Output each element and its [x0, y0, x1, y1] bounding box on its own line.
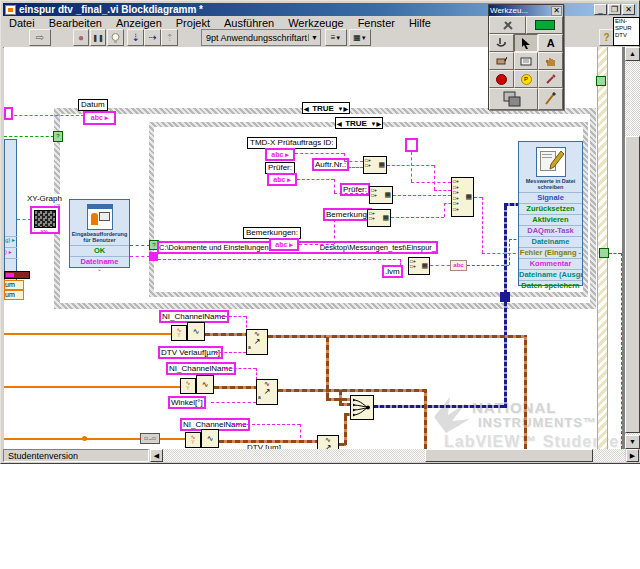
write-row-kommentar[interactable]: Kommentar — [519, 258, 582, 269]
wire-c3-out — [391, 217, 444, 218]
concat-node-main[interactable]: □+□+□+□+□+□+▦ — [451, 177, 474, 217]
convert-to-dd-1b[interactable]: ∿ — [187, 322, 205, 341]
restore-button[interactable]: ❐ — [608, 4, 621, 15]
pause-button[interactable]: ❚❚ — [90, 29, 106, 46]
step-over-button[interactable]: ⇢ — [144, 29, 161, 46]
minimize-button[interactable]: _ — [594, 4, 607, 15]
close-button[interactable]: ✕ — [622, 4, 635, 15]
path-left: C:\Dokumente und Einstellungen — [159, 243, 269, 252]
wire-orange-2 — [4, 386, 180, 388]
convert-to-dd-2[interactable]: ∿Y — [180, 378, 196, 394]
write-row-fehler[interactable]: Fehler (Eingang - — [519, 247, 582, 258]
help-button[interactable]: ? — [599, 29, 614, 46]
vertical-scroll-thumb[interactable] — [625, 136, 640, 433]
concat-node-3[interactable]: □+□+▦ — [367, 209, 391, 227]
menu-ausfuehren[interactable]: Ausführen — [224, 17, 274, 29]
menu-werkzeuge[interactable]: Werkzeuge — [288, 17, 343, 29]
convert-to-dd-1[interactable]: ∿Y — [171, 325, 187, 341]
text-tool-icon: A — [547, 37, 555, 49]
font-selector[interactable]: 9pt Anwendungsschriftart▼ — [201, 29, 321, 46]
scroll-right-button[interactable]: ▶ — [626, 449, 639, 462]
write-file-express-vi[interactable]: Messwerte in Datei schreiben Signale Zur… — [518, 141, 583, 286]
horizontal-scroll-thumb[interactable] — [425, 449, 593, 462]
auto-tool-led[interactable] — [526, 16, 563, 34]
set-attributes-1[interactable]: ∿↗a — [246, 329, 268, 355]
align-objects-dropdown[interactable]: ≡▼ — [325, 29, 347, 46]
scroll-up-button[interactable]: ▲ — [625, 47, 640, 61]
horizontal-scrollbar[interactable] — [163, 449, 625, 462]
dtv-verlauf-constant[interactable]: DTV Verlauf[µm] — [158, 346, 223, 359]
write-row-daqmx[interactable]: DAQmx-Task — [519, 225, 582, 236]
scroll-left-button[interactable]: ◀ — [150, 449, 163, 462]
menu-datei[interactable]: Datei — [9, 17, 35, 29]
vi-icon-line3: DTV — [615, 32, 639, 39]
write-row-aktivieren[interactable]: Aktivieren — [519, 214, 582, 225]
coloring-tool[interactable] — [489, 88, 538, 110]
band-tunnel-mid[interactable] — [599, 248, 609, 258]
auto-tool-button[interactable] — [489, 16, 526, 34]
write-row-daten-speichern[interactable]: Daten speichern — [519, 280, 582, 291]
write-row-dateiname-aus[interactable]: Dateiname (Ausga — [519, 269, 582, 280]
tools-palette-close-icon[interactable]: ✕ — [551, 6, 562, 16]
case-selector-outer[interactable]: ◀TRUE▼▶ — [302, 102, 350, 114]
menu-hilfe[interactable]: Hilfe — [409, 17, 431, 29]
tools-palette[interactable]: Werkzeu... ✕ A P — [488, 4, 564, 110]
write-row-zuruecksetzen[interactable]: Zurücksetzen — [519, 203, 582, 214]
menu-projekt[interactable]: Projekt — [176, 17, 210, 29]
convert-to-dd-3[interactable]: ∿Y — [185, 432, 201, 448]
color-copy-tool[interactable] — [538, 70, 563, 88]
run-button[interactable]: ⇨ — [29, 29, 51, 46]
tmd-string-control[interactable]: abc ▸ — [265, 148, 295, 161]
write-row-dateiname[interactable]: Dateiname — [519, 236, 582, 247]
outer-case-selector-tunnel[interactable]: ? — [53, 131, 63, 142]
xy-graph-terminal[interactable]: XY▸ — [30, 206, 60, 234]
concat-path-node[interactable]: □+□+▦ — [408, 257, 430, 275]
left-express-panel[interactable]: g) ▸ ) ▸ — [4, 139, 17, 286]
pruefer-constant[interactable]: Prüfer: — [340, 183, 370, 196]
path-right: Desktop\Messungen_test\Einspur_ — [320, 243, 436, 252]
convert-to-dd-3b[interactable]: ∿ — [201, 429, 219, 448]
wire-tool[interactable] — [489, 52, 514, 70]
probe-tool[interactable]: P — [514, 70, 539, 88]
concat-node-1[interactable]: □+□+▦ — [363, 156, 387, 174]
abort-button[interactable]: ● — [73, 29, 89, 46]
position-tool[interactable] — [514, 34, 539, 52]
case-selector-inner[interactable]: ◀TRUE▼▶ — [335, 117, 383, 129]
conversion-node[interactable]: □→□ — [140, 433, 160, 444]
pruefer-string-control[interactable]: abc ▸ — [267, 173, 297, 186]
datum-string-control[interactable]: abc ▸ — [83, 111, 116, 125]
prompt-row-ok[interactable]: OK — [70, 245, 129, 256]
prompt-user-express-vi[interactable]: Eingabeaufforderung für Benutzer OK Date… — [69, 199, 130, 268]
menu-anzeigen[interactable]: Anzeigen — [116, 17, 162, 29]
wire-orange-1 — [4, 333, 171, 335]
winkel-constant[interactable]: Winkel[°] — [168, 396, 206, 409]
paintbrush-tool[interactable] — [538, 88, 563, 110]
object-menu-tool[interactable] — [514, 52, 539, 70]
set-attributes-3[interactable]: ∿↗ — [317, 435, 339, 449]
concat-node-2[interactable]: □+□+▦ — [369, 186, 393, 204]
scroll-down-button[interactable]: ▼ — [625, 435, 640, 449]
breakpoint-icon — [496, 74, 507, 85]
empty-string-constant[interactable] — [405, 138, 418, 152]
label-tool[interactable]: A — [538, 34, 563, 52]
tools-palette-titlebar[interactable]: Werkzeu... ✕ — [489, 5, 563, 16]
menu-bearbeiten[interactable]: Bearbeiten — [49, 17, 102, 29]
write-row-signale[interactable]: Signale — [519, 192, 582, 203]
convert-to-dd-2b[interactable]: ∿ — [196, 375, 214, 394]
operate-tool[interactable] — [489, 34, 514, 52]
distribute-objects-dropdown[interactable]: ▦▼ — [349, 29, 371, 46]
menu-fenster[interactable]: Fenster — [358, 17, 395, 29]
wrench-icon — [502, 19, 514, 31]
highlight-execution-button[interactable] — [107, 29, 124, 46]
set-attributes-2[interactable]: ∿↗a — [256, 379, 278, 405]
merge-signals-node[interactable] — [350, 395, 374, 420]
band-tunnel-top[interactable] — [596, 76, 606, 86]
breakpoint-tool[interactable] — [489, 70, 514, 88]
step-into-button[interactable]: ⇣ — [127, 29, 144, 46]
scroll-tool[interactable] — [538, 52, 563, 70]
filename-abc-box[interactable]: abc — [450, 260, 467, 271]
vertical-scrollbar[interactable]: ▲ ▼ — [625, 47, 640, 449]
lvm-constant[interactable]: .lvm — [382, 265, 403, 278]
step-out-button[interactable]: ⇡ — [161, 29, 178, 46]
bemerkungen-string-control[interactable]: abc ▸ — [269, 238, 299, 251]
